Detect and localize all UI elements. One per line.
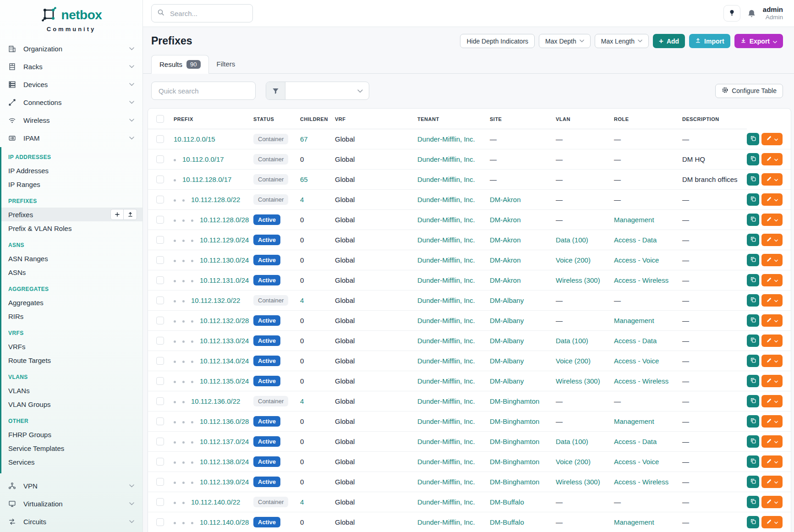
vlan-link[interactable]: Voice (200) xyxy=(556,357,591,365)
prefix-link[interactable]: 10.112.136.0/28 xyxy=(200,417,249,425)
tenant-link[interactable]: Dunder-Mifflin, Inc. xyxy=(417,458,475,466)
site-link[interactable]: DM-Binghamton xyxy=(490,478,539,486)
site-link[interactable]: DM-Albany xyxy=(490,337,524,345)
prefix-link[interactable]: 10.112.140.0/22 xyxy=(191,498,240,506)
row-checkbox[interactable] xyxy=(156,216,164,224)
children-count-link[interactable]: 4 xyxy=(300,196,304,203)
role-link[interactable]: Access - Voice xyxy=(614,458,659,466)
tenant-link[interactable]: Dunder-Mifflin, Inc. xyxy=(417,296,475,304)
clone-button[interactable] xyxy=(747,355,759,367)
prefix-link[interactable]: 10.112.0.0/15 xyxy=(174,135,215,143)
clone-button[interactable] xyxy=(747,476,759,488)
role-link[interactable]: Management xyxy=(614,518,654,526)
sidebar-item-organization[interactable]: Organization xyxy=(0,40,142,58)
tenant-link[interactable]: Dunder-Mifflin, Inc. xyxy=(417,216,475,224)
role-link[interactable]: Access - Voice xyxy=(614,357,659,365)
vlan-link[interactable]: Data (100) xyxy=(556,438,588,445)
tenant-link[interactable]: Dunder-Mifflin, Inc. xyxy=(417,196,475,203)
site-link[interactable]: DM-Binghamton xyxy=(490,417,539,425)
select-all-checkbox[interactable] xyxy=(156,115,164,123)
clone-button[interactable] xyxy=(747,173,759,186)
column-header-site[interactable]: Site xyxy=(490,109,556,129)
edit-split-button[interactable] xyxy=(761,415,783,428)
row-checkbox[interactable] xyxy=(156,296,164,304)
site-link[interactable]: DM-Albany xyxy=(490,296,524,304)
vlan-link[interactable]: Wireless (300) xyxy=(556,377,600,385)
search-input[interactable] xyxy=(169,9,247,18)
role-link[interactable]: Access - Data xyxy=(614,236,657,244)
site-link[interactable]: DM-Akron xyxy=(490,216,521,224)
add-button[interactable]: + Add xyxy=(653,34,685,48)
role-link[interactable]: Management xyxy=(614,317,654,324)
edit-split-button[interactable] xyxy=(761,214,783,226)
row-checkbox[interactable] xyxy=(156,518,164,526)
clone-button[interactable] xyxy=(747,193,759,206)
role-link[interactable]: Access - Data xyxy=(614,438,657,445)
site-link[interactable]: DM-Albany xyxy=(490,357,524,365)
edit-split-button[interactable] xyxy=(761,294,783,307)
clone-button[interactable] xyxy=(747,214,759,226)
row-checkbox[interactable] xyxy=(156,276,164,284)
sidebar-item-asns[interactable]: ASNs xyxy=(1,265,142,279)
quick-add-button[interactable] xyxy=(110,209,124,220)
site-link[interactable]: DM-Buffalo xyxy=(490,498,524,506)
site-link[interactable]: DM-Akron xyxy=(490,236,521,244)
row-checkbox[interactable] xyxy=(156,135,164,143)
clone-button[interactable] xyxy=(747,153,759,165)
tab-filters[interactable]: Filters xyxy=(209,55,243,73)
site-link[interactable]: DM-Binghamton xyxy=(490,397,539,405)
max-length-dropdown[interactable]: Max Length xyxy=(595,34,649,48)
edit-split-button[interactable] xyxy=(761,395,783,407)
sidebar-item-asn-ranges[interactable]: ASN Ranges xyxy=(1,252,142,265)
prefix-link[interactable]: 10.112.128.0/17 xyxy=(182,176,231,183)
tenant-link[interactable]: Dunder-Mifflin, Inc. xyxy=(417,498,475,506)
clone-button[interactable] xyxy=(747,234,759,246)
prefix-link[interactable]: 10.112.132.0/22 xyxy=(191,296,240,304)
tenant-link[interactable]: Dunder-Mifflin, Inc. xyxy=(417,438,475,445)
edit-split-button[interactable] xyxy=(761,274,783,286)
clone-button[interactable] xyxy=(747,395,759,407)
clone-button[interactable] xyxy=(747,294,759,307)
clone-button[interactable] xyxy=(747,455,759,468)
edit-split-button[interactable] xyxy=(761,193,783,206)
edit-split-button[interactable] xyxy=(761,234,783,246)
quick-search-input[interactable] xyxy=(158,87,249,95)
site-link[interactable]: DM-Akron xyxy=(490,256,521,264)
column-header-status[interactable]: Status xyxy=(253,109,300,129)
prefix-link[interactable]: 10.112.137.0/24 xyxy=(200,438,249,445)
edit-split-button[interactable] xyxy=(761,355,783,367)
row-checkbox[interactable] xyxy=(156,196,164,203)
vlan-link[interactable]: Data (100) xyxy=(556,337,588,345)
site-link[interactable]: DM-Akron xyxy=(490,196,521,203)
column-header-vrf[interactable]: VRF xyxy=(335,109,417,129)
tenant-link[interactable]: Dunder-Mifflin, Inc. xyxy=(417,397,475,405)
sidebar-item-vpn[interactable]: VPN xyxy=(0,477,142,495)
prefix-link[interactable]: 10.112.140.0/28 xyxy=(200,518,249,526)
prefix-link[interactable]: 10.112.136.0/22 xyxy=(191,397,240,405)
column-header-description[interactable]: Description xyxy=(682,109,747,129)
sidebar-item-circuits[interactable]: Circuits xyxy=(0,513,142,531)
clone-button[interactable] xyxy=(747,314,759,327)
tenant-link[interactable]: Dunder-Mifflin, Inc. xyxy=(417,518,475,526)
vlan-link[interactable]: Wireless (300) xyxy=(556,478,600,486)
prefix-link[interactable]: 10.112.129.0/24 xyxy=(200,236,249,244)
tab-results[interactable]: Results 90 xyxy=(151,55,209,74)
tenant-link[interactable]: Dunder-Mifflin, Inc. xyxy=(417,176,475,183)
quick-import-button[interactable] xyxy=(124,209,137,220)
column-header-tenant[interactable]: Tenant xyxy=(417,109,490,129)
prefix-link[interactable]: 10.112.0.0/17 xyxy=(182,155,224,163)
row-checkbox[interactable] xyxy=(156,458,164,466)
prefix-link[interactable]: 10.112.130.0/24 xyxy=(200,256,249,264)
prefix-link[interactable]: 10.112.131.0/24 xyxy=(200,276,249,284)
sidebar-item-racks[interactable]: Racks xyxy=(0,58,142,76)
sidebar-item-ip-ranges[interactable]: IP Ranges xyxy=(1,177,142,191)
edit-split-button[interactable] xyxy=(761,314,783,327)
import-button[interactable]: Import xyxy=(689,34,730,48)
edit-split-button[interactable] xyxy=(761,476,783,488)
clone-button[interactable] xyxy=(747,435,759,448)
vlan-link[interactable]: Voice (200) xyxy=(556,458,591,466)
row-checkbox[interactable] xyxy=(156,256,164,264)
prefix-link[interactable]: 10.112.132.0/28 xyxy=(200,317,249,324)
configure-table-button[interactable]: Configure Table xyxy=(715,84,783,98)
role-link[interactable]: Access - Wireless xyxy=(614,276,668,284)
